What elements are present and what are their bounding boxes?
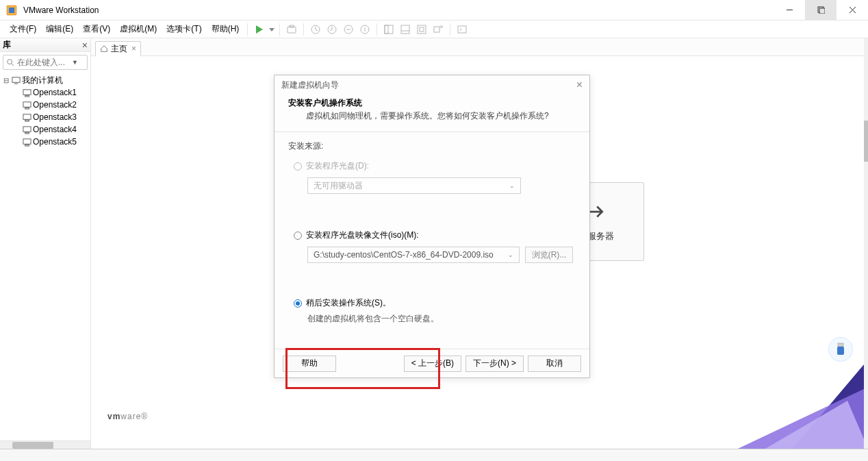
menu-file[interactable]: 文件(F) — [5, 21, 40, 37]
tabbar: 主页 × — [91, 38, 868, 56]
svg-rect-22 — [458, 26, 466, 33]
tree-item[interactable]: Openstack1 — [0, 86, 90, 99]
layout1-icon[interactable] — [381, 22, 396, 37]
svg-rect-16 — [385, 25, 388, 34]
dialog-close-icon[interactable]: × — [576, 79, 583, 91]
svg-rect-30 — [25, 108, 29, 109]
search-dropdown-icon[interactable]: ▼ — [72, 59, 78, 66]
clock4-icon[interactable] — [357, 22, 372, 37]
unity-icon[interactable] — [431, 22, 446, 37]
app-logo-icon — [5, 4, 18, 16]
snapshot-icon[interactable] — [284, 22, 299, 37]
disc-drive-value: 无可用驱动器 — [314, 180, 363, 192]
v-scrollbar[interactable] — [864, 38, 868, 449]
sidebar-h-scrollbar[interactable] — [0, 440, 90, 449]
dialog-title: 新建虚拟机向导 — [281, 79, 339, 91]
tree-item[interactable]: Openstack3 — [0, 111, 90, 123]
menu-help[interactable]: 帮助(H) — [207, 21, 244, 37]
option-iso-label: 安装程序光盘映像文件(iso)(M): — [306, 229, 419, 241]
tree-item[interactable]: Openstack4 — [0, 123, 90, 136]
tree-item[interactable]: Openstack2 — [0, 99, 90, 111]
menubar: 文件(F) 编辑(E) 查看(V) 虚拟机(M) 选项卡(T) 帮助(H) — [0, 21, 868, 38]
radio-iso[interactable] — [294, 232, 302, 240]
play-button[interactable] — [252, 22, 267, 37]
svg-rect-25 — [12, 77, 19, 82]
tree-item[interactable]: Openstack5 — [0, 136, 90, 148]
svg-rect-27 — [23, 89, 30, 94]
search-icon — [6, 58, 14, 66]
tree-root-label: 我的计算机 — [22, 75, 63, 86]
svg-rect-41 — [837, 347, 844, 355]
tree-root[interactable]: ⊟ 我的计算机 — [0, 74, 90, 86]
tab-home[interactable]: 主页 × — [95, 41, 141, 56]
collapse-icon[interactable]: ⊟ — [3, 77, 10, 84]
svg-rect-33 — [23, 126, 30, 131]
library-tree: ⊟ 我的计算机 Openstack1 Openstack2 Openstack3… — [0, 73, 90, 440]
sidebar-header: 库 × — [0, 38, 90, 52]
svg-rect-34 — [25, 132, 29, 134]
vm-icon — [22, 125, 31, 134]
menu-view[interactable]: 查看(V) — [79, 21, 114, 37]
source-label: 安装来源: — [288, 140, 576, 152]
svg-rect-15 — [385, 25, 393, 34]
dialog-heading: 安装客户机操作系统 — [288, 97, 576, 109]
option-disc[interactable]: 安装程序光盘(D): — [294, 160, 576, 172]
dialog-header: 安装客户机操作系统 虚拟机如同物理机，需要操作系统。您将如何安装客户机操作系统? — [275, 95, 589, 132]
browse-button[interactable]: 浏览(R)... — [525, 247, 573, 263]
menu-tabs[interactable]: 选项卡(T) — [162, 21, 205, 37]
svg-marker-8 — [269, 28, 275, 32]
svg-rect-36 — [25, 145, 29, 146]
option-later[interactable]: 稍后安装操作系统(S)。 — [294, 297, 576, 309]
cancel-button[interactable]: 取消 — [528, 356, 581, 372]
titlebar: VMware Workstation — [0, 0, 868, 21]
tab-close-icon[interactable]: × — [131, 44, 136, 53]
statusbar — [0, 449, 868, 461]
iso-path-combo[interactable]: G:\study-centos\CentOS-7-x86_64-DVD-2009… — [307, 247, 520, 263]
radio-later[interactable] — [294, 299, 302, 308]
svg-rect-1 — [9, 8, 14, 13]
new-vm-wizard-dialog: 新建虚拟机向导 × 安装客户机操作系统 虚拟机如同物理机，需要操作系统。您将如何… — [274, 75, 590, 378]
clock-icon[interactable] — [308, 22, 323, 37]
layout2-icon[interactable] — [398, 22, 413, 37]
clock3-icon[interactable] — [341, 22, 356, 37]
close-button[interactable] — [837, 0, 868, 21]
chevron-down-icon: ⌄ — [508, 251, 513, 258]
tab-label: 主页 — [111, 43, 127, 55]
vm-icon — [22, 88, 31, 97]
vm-icon — [22, 100, 31, 110]
svg-rect-19 — [418, 25, 426, 34]
svg-rect-21 — [434, 27, 439, 32]
menu-vm[interactable]: 虚拟机(M) — [116, 21, 161, 37]
window-title: VMware Workstation — [23, 5, 99, 15]
computer-icon — [11, 75, 21, 85]
svg-line-24 — [12, 64, 14, 66]
maximize-button[interactable] — [805, 0, 837, 21]
radio-disc[interactable] — [294, 162, 302, 171]
sidebar: 库 × ▼ ⊟ 我的计算机 Openstack1 Openstack2 Open… — [0, 38, 91, 449]
console-icon[interactable] — [455, 22, 470, 37]
search-input[interactable] — [17, 58, 72, 67]
svg-point-23 — [8, 60, 12, 64]
fullscreen-icon[interactable] — [414, 22, 429, 37]
vm-icon — [22, 112, 31, 122]
svg-rect-17 — [401, 25, 409, 34]
clock2-icon[interactable] — [324, 22, 340, 37]
dialog-subheading: 虚拟机如同物理机，需要操作系统。您将如何安装客户机操作系统? — [306, 110, 576, 122]
svg-rect-28 — [25, 95, 29, 97]
option-iso[interactable]: 安装程序光盘映像文件(iso)(M): — [294, 229, 576, 241]
svg-rect-29 — [23, 101, 30, 106]
usb-device-icon[interactable] — [828, 337, 853, 362]
next-button[interactable]: 下一步(N) > — [465, 356, 524, 372]
disc-drive-combo[interactable]: 无可用驱动器 ⌄ — [307, 177, 521, 194]
play-dropdown[interactable] — [268, 22, 275, 37]
sidebar-close-icon[interactable]: × — [82, 40, 88, 51]
iso-path-value: G:\study-centos\CentOS-7-x86_64-DVD-2009… — [314, 250, 494, 260]
home-icon — [100, 45, 108, 53]
svg-rect-35 — [23, 138, 30, 143]
minimize-button[interactable] — [774, 0, 805, 21]
chevron-down-icon: ⌄ — [509, 182, 515, 189]
vm-icon — [22, 137, 31, 147]
menu-edit[interactable]: 编辑(E) — [42, 21, 77, 37]
dialog-body: 安装来源: 安装程序光盘(D): 无可用驱动器 ⌄ 安装程序光盘映像文件(iso… — [275, 132, 589, 349]
search-box[interactable]: ▼ — [3, 55, 88, 70]
